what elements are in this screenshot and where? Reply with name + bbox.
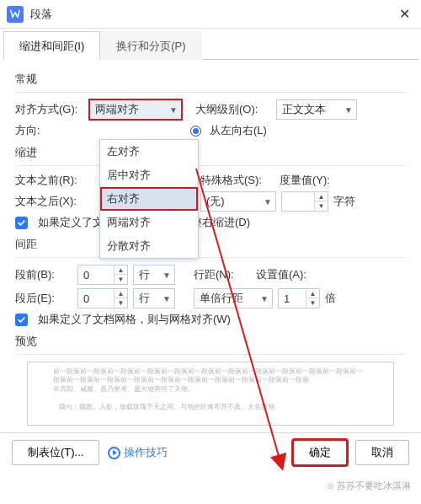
combo-line-spacing-value: 单倍行距 <box>200 291 243 306</box>
play-icon <box>108 447 120 459</box>
label-line-spacing: 行距(N): <box>194 267 251 282</box>
alignment-dropdown: 左对齐 居中对齐 右对齐 两端对齐 分散对齐 <box>99 139 199 259</box>
spinner-space-after-value: 0 <box>83 292 89 305</box>
section-general: 常规 <box>15 72 406 87</box>
combo-after-unit[interactable]: 行 ▼ <box>133 288 175 308</box>
label-special-format: 特殊格式(S): <box>200 173 274 188</box>
radio-ltr[interactable] <box>190 126 201 137</box>
spin-up-icon[interactable]: ▲ <box>315 192 328 201</box>
preview-area: 前一段落前一段落前一段落前一段落前一段落前一段落前一段落前一段落前一段落前一段落… <box>27 362 394 426</box>
option-justify[interactable]: 两端对齐 <box>100 211 198 234</box>
dialog-body: 常规 对齐方式(G): 两端对齐 ▼ 大纲级别(O): 正文文本 ▼ 方向: 从… <box>0 60 421 426</box>
window-title: 段落 <box>30 7 394 22</box>
checkbox-auto-right-indent[interactable] <box>15 217 28 229</box>
cancel-button[interactable]: 取消 <box>355 440 409 465</box>
spinner-metric[interactable]: ▲▼ <box>281 191 328 212</box>
spinner-set-value[interactable]: 1 ▲▼ <box>278 288 320 308</box>
option-right[interactable]: 右对齐 <box>100 187 198 211</box>
unit-char: 字符 <box>333 194 355 209</box>
chevron-down-icon: ▼ <box>163 294 171 303</box>
chevron-down-icon: ▼ <box>260 294 269 303</box>
tab-line-page-breaks[interactable]: 换行和分页(P) <box>100 31 201 60</box>
spin-up-icon[interactable]: ▲ <box>306 289 319 298</box>
spinner-set-value-value: 1 <box>284 292 290 305</box>
tab-indent-spacing[interactable]: 缩进和间距(I) <box>3 31 100 60</box>
section-indent: 缩进 <box>15 145 406 160</box>
spin-down-icon[interactable]: ▼ <box>306 298 319 308</box>
option-distribute[interactable]: 分散对齐 <box>100 234 198 258</box>
divider <box>15 92 406 93</box>
label-space-before: 段前(B): <box>15 267 72 282</box>
combo-outline-level[interactable]: 正文文本 ▼ <box>276 99 357 120</box>
spinner-space-before-value: 0 <box>83 269 89 281</box>
label-indent-before: 文本之前(R): <box>15 173 84 188</box>
app-logo-icon <box>7 6 24 23</box>
radio-ltr-label: 从左向右(L) <box>210 123 267 138</box>
spin-down-icon[interactable]: ▼ <box>115 298 127 308</box>
option-center[interactable]: 居中对齐 <box>100 164 198 187</box>
tab-strip: 缩进和间距(I) 换行和分页(P) <box>3 30 418 60</box>
tabstops-button[interactable]: 制表位(T)... <box>12 440 99 465</box>
label-set-value: 设置值(A): <box>256 267 306 282</box>
chevron-down-icon: ▼ <box>163 271 171 280</box>
divider <box>15 165 406 166</box>
ok-button[interactable]: 确定 <box>293 440 347 465</box>
checkbox-snap-to-grid[interactable] <box>15 314 28 326</box>
spinner-space-after[interactable]: 0 ▲▼ <box>77 288 128 308</box>
combo-outline-value: 正文文本 <box>282 102 326 117</box>
combo-before-unit[interactable]: 行 ▼ <box>133 265 175 285</box>
spin-up-icon[interactable]: ▲ <box>115 289 127 298</box>
label-alignment: 对齐方式(G): <box>15 102 84 117</box>
label-space-after: 段后(E): <box>15 291 72 306</box>
combo-special-format[interactable]: (无) ▼ <box>200 191 276 212</box>
combo-special-value: (无) <box>206 194 225 209</box>
close-icon[interactable]: ✕ <box>394 6 414 22</box>
spin-down-icon[interactable]: ▼ <box>315 201 328 211</box>
titlebar: 段落 ✕ <box>0 0 421 29</box>
spinner-space-before[interactable]: 0 ▲▼ <box>77 265 128 285</box>
watermark: ⊙ 苏苏不要吃冰淇淋 <box>327 480 411 492</box>
chevron-down-icon: ▼ <box>344 105 353 115</box>
section-preview: 预览 <box>15 334 406 349</box>
spin-down-icon[interactable]: ▼ <box>115 275 127 284</box>
divider <box>15 257 406 258</box>
label-outline-level: 大纲级别(O): <box>195 102 271 117</box>
option-left[interactable]: 左对齐 <box>100 140 198 164</box>
label-indent-after: 文本之后(X): <box>15 194 84 209</box>
combo-line-spacing[interactable]: 单倍行距 ▼ <box>194 288 273 308</box>
section-spacing: 间距 <box>15 237 406 252</box>
chevron-down-icon: ▼ <box>169 105 178 115</box>
chevron-down-icon: ▼ <box>264 197 272 206</box>
combo-alignment[interactable]: 两端对齐 ▼ <box>89 99 182 120</box>
combo-alignment-value: 两端对齐 <box>95 102 139 117</box>
label-metric: 度量值(Y): <box>280 173 330 188</box>
tips-link[interactable]: 操作技巧 <box>108 445 168 460</box>
divider <box>15 354 406 355</box>
checkbox-snap-to-grid-label: 如果定义了文档网格，则与网格对齐(W) <box>38 312 231 327</box>
spin-up-icon[interactable]: ▲ <box>115 265 127 275</box>
button-bar: 制表位(T)... 操作技巧 确定 取消 <box>0 432 421 472</box>
label-direction: 方向: <box>15 123 84 138</box>
unit-multiple: 倍 <box>325 291 336 306</box>
